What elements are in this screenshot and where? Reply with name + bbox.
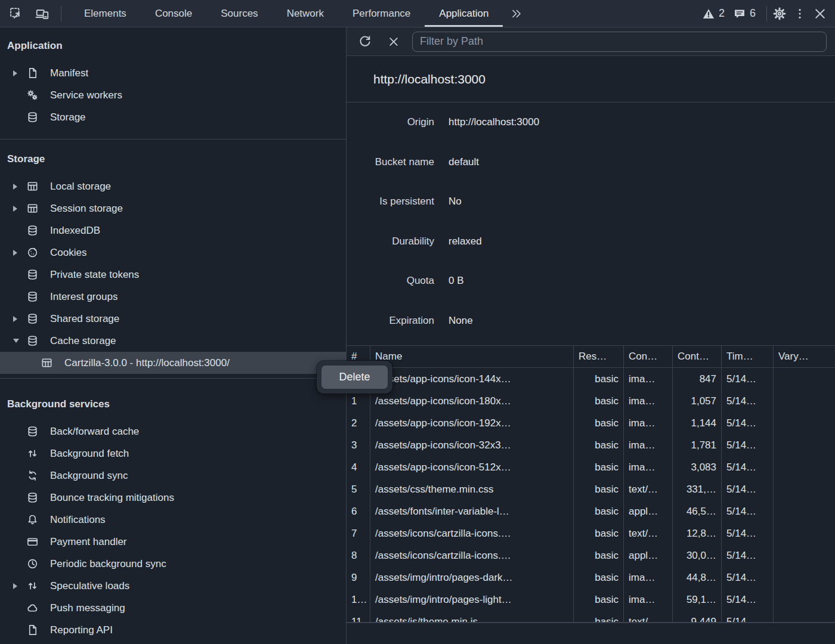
sidebar-item-push-messaging[interactable]: Push messaging (0, 597, 346, 619)
column-header-vary-header[interactable]: Vary… (774, 346, 835, 367)
cell-index: 5 (347, 478, 370, 500)
detail-value: http://localhost:3000 (449, 116, 539, 128)
twisty-spacer (13, 487, 25, 509)
twisty-collapsed-icon[interactable] (13, 575, 25, 597)
sidebar-item-interest-groups[interactable]: Interest groups (0, 286, 346, 308)
sidebar-item-periodic-background-sync[interactable]: Periodic background sync (0, 553, 346, 575)
column-header-response-type[interactable]: Res… (574, 346, 624, 367)
table-row[interactable]: 1/assets/app-icons/icon-180x…basicima…1,… (347, 390, 835, 412)
twisty-expanded-icon[interactable] (13, 330, 25, 352)
column-header-name[interactable]: Name (370, 346, 574, 367)
sidebar-item-session-storage[interactable]: Session storage (0, 197, 346, 219)
detail-label: Expiration (347, 315, 434, 327)
sidebar-item-cartzilla-3-0-0-http-localhost-3000[interactable]: Cartzilla-3.0.0 - http://localhost:3000/ (0, 352, 346, 374)
cell-vary-header (774, 544, 835, 566)
sidebar-item-label: Back/forward cache (50, 426, 139, 438)
cell-content-length: 331,… (673, 478, 722, 500)
tab-sources[interactable]: Sources (206, 0, 272, 27)
clear-x-icon[interactable] (384, 32, 404, 52)
tab-application[interactable]: Application (425, 0, 503, 27)
table-row[interactable]: 6/assets/fonts/inter-variable-l…basicapp… (347, 500, 835, 522)
refresh-icon[interactable] (355, 32, 375, 52)
twisty-spacer (13, 553, 25, 575)
sidebar-item-storage[interactable]: Storage (0, 106, 346, 128)
close-devtools-icon[interactable] (810, 4, 830, 24)
sidebar-item-label: Session storage (50, 203, 123, 215)
table-row[interactable]: 8/assets/icons/cartzilla-icons.…basicapp… (347, 544, 835, 566)
sidebar-item-label: Bounce tracking mitigations (50, 492, 174, 504)
table-row[interactable]: 2/assets/app-icons/icon-192x…basicima…1,… (347, 412, 835, 434)
tab-network[interactable]: Network (273, 0, 338, 27)
sidebar-item-payment-handler[interactable]: Payment handler (0, 531, 346, 553)
table-row[interactable]: 7/assets/icons/cartzilla-icons.…basictex… (347, 522, 835, 544)
sidebar-item-cache-storage[interactable]: Cache storage (0, 330, 346, 352)
more-tabs-button[interactable] (503, 0, 530, 27)
table-row[interactable]: 3/assets/app-icons/icon-32x3…basicima…1,… (347, 434, 835, 456)
sidebar-item-speculative-loads[interactable]: Speculative loads (0, 575, 346, 597)
device-toolbar-icon[interactable] (32, 4, 52, 24)
cell-vary-header (774, 522, 835, 544)
twisty-collapsed-icon[interactable] (13, 308, 25, 330)
table-row[interactable]: 0/assets/app-icons/icon-144x…basicima…84… (347, 368, 835, 390)
sidebar-item-cookies[interactable]: Cookies (0, 242, 346, 264)
sidebar-item-manifest[interactable]: Manifest (0, 62, 346, 84)
cell-content-type: text/… (624, 522, 673, 544)
sidebar-item-label: Shared storage (50, 313, 119, 325)
sidebar-item-shared-storage[interactable]: Shared storage (0, 308, 346, 330)
kebab-menu-icon[interactable] (790, 4, 810, 24)
settings-gear-icon[interactable] (769, 4, 790, 24)
toolbar-divider (61, 6, 61, 21)
twisty-collapsed-icon[interactable] (13, 197, 25, 219)
sidebar-item-background-sync[interactable]: Background sync (0, 465, 346, 487)
devtools-window: ElementsConsoleSourcesNetworkPerformance… (0, 0, 835, 644)
sidebar-item-label: Storage (50, 112, 86, 123)
payment-card-icon (25, 535, 39, 548)
tab-performance[interactable]: Performance (338, 0, 425, 27)
sidebar-item-reporting-api[interactable]: Reporting API (0, 619, 346, 641)
sidebar-item-indexeddb[interactable]: IndexedDB (0, 219, 346, 242)
sidebar-item-bounce-tracking-mitigations[interactable]: Bounce tracking mitigations (0, 487, 346, 509)
sidebar-item-local-storage[interactable]: Local storage (0, 175, 346, 197)
column-header-content-type[interactable]: Con… (624, 346, 673, 367)
twisty-collapsed-icon[interactable] (13, 175, 25, 197)
warnings-badge[interactable]: 2 (702, 7, 725, 20)
sidebar-item-label: IndexedDB (50, 225, 100, 237)
devtools-toolbar: ElementsConsoleSourcesNetworkPerformance… (0, 0, 835, 27)
column-header-content-length[interactable]: Cont… (673, 346, 722, 367)
cell-content-length: 3,083 (673, 456, 722, 478)
table-row[interactable]: 9/assets/img/intro/pages-dark…basicima…4… (347, 566, 835, 589)
sidebar-item-back-forward-cache[interactable]: Back/forward cache (0, 420, 346, 442)
tab-console[interactable]: Console (141, 0, 206, 27)
twisty-collapsed-icon[interactable] (13, 242, 25, 264)
sidebar-item-notifications[interactable]: Notifications (0, 509, 346, 531)
inspect-element-icon[interactable] (6, 4, 26, 24)
table-row[interactable]: 11/assets/js/theme.min.jsbasictext/…9,44… (347, 611, 835, 622)
cell-content-length: 12,8… (673, 522, 722, 544)
twisty-collapsed-icon[interactable] (13, 62, 25, 84)
filter-by-path-input[interactable] (412, 32, 827, 52)
table-row[interactable]: 5/assets/css/theme.min.cssbasictext/…331… (347, 478, 835, 500)
cell-name: /assets/app-icons/icon-512x… (370, 456, 574, 478)
database-icon (25, 312, 39, 325)
issues-badge[interactable]: 6 (733, 7, 756, 20)
sidebar-item-background-fetch[interactable]: Background fetch (0, 442, 346, 465)
cell-content-length: 1,057 (673, 390, 722, 412)
detail-row-quota: Quota0 B (347, 261, 835, 301)
cell-content-length: 59,1… (673, 589, 722, 611)
table-row[interactable]: 1…/assets/img/intro/pages-light…basicima… (347, 589, 835, 611)
warning-icon (702, 7, 715, 20)
table-row[interactable]: 4/assets/app-icons/icon-512x…basicima…3,… (347, 456, 835, 478)
cell-name: /assets/app-icons/icon-180x… (370, 390, 574, 412)
sidebar-item-private-state-tokens[interactable]: Private state tokens (0, 264, 346, 286)
menu-item-delete[interactable]: Delete (321, 366, 388, 389)
column-header-time-cached[interactable]: Tim… (722, 346, 774, 367)
tab-elements[interactable]: Elements (70, 0, 141, 27)
sidebar-item-service-workers[interactable]: Service workers (0, 84, 346, 106)
cell-vary-header (774, 566, 835, 589)
sidebar-section-background-services: Background servicesBack/forward cacheBac… (0, 378, 346, 643)
up-down-arrows-icon (25, 580, 39, 592)
application-sidebar: ApplicationManifestService workersStorag… (0, 27, 347, 644)
cell-content-length: 9,449 (673, 611, 722, 622)
database-icon (25, 425, 39, 438)
detail-label: Durability (347, 236, 434, 247)
